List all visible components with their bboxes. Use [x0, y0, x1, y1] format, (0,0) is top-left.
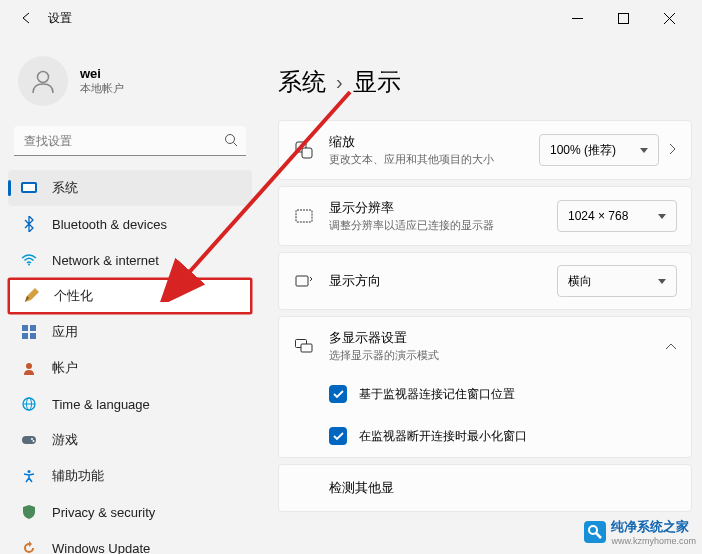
bluetooth-icon	[20, 215, 38, 233]
multi-display-icon	[293, 335, 315, 357]
svg-rect-18	[22, 436, 36, 444]
sidebar-item-accounts[interactable]: 帐户	[8, 350, 252, 386]
check-label: 在监视器断开连接时最小化窗口	[359, 428, 527, 445]
sidebar-item-label: 游戏	[52, 431, 78, 449]
svg-line-6	[234, 143, 238, 147]
svg-point-4	[38, 72, 49, 83]
sidebar-item-update[interactable]: Windows Update	[8, 530, 252, 554]
multi-display-card: 多显示器设置 选择显示器的演示模式 基于监视器连接记住窗口位置 在监视器断开连接…	[278, 316, 692, 458]
chevron-right-icon[interactable]	[669, 141, 677, 159]
sidebar-item-gaming[interactable]: 游戏	[8, 422, 252, 458]
svg-point-21	[28, 470, 31, 473]
checkbox-remember[interactable]	[329, 385, 347, 403]
maximize-button[interactable]	[600, 2, 646, 34]
shield-icon	[20, 503, 38, 521]
sidebar-item-label: Bluetooth & devices	[52, 217, 167, 232]
sidebar-item-label: 应用	[52, 323, 78, 341]
watermark-url: www.kzmyhome.com	[611, 536, 696, 546]
scale-title: 缩放	[329, 133, 539, 151]
avatar	[18, 56, 68, 106]
sidebar-item-system[interactable]: 系统	[8, 170, 252, 206]
resolution-title: 显示分辨率	[329, 199, 557, 217]
sidebar-item-label: Windows Update	[52, 541, 150, 555]
svg-rect-12	[22, 333, 28, 339]
svg-rect-10	[22, 325, 28, 331]
svg-point-20	[33, 440, 35, 442]
svg-rect-25	[296, 276, 308, 286]
back-button[interactable]	[10, 2, 42, 34]
main-content: 系统 › 显示 缩放 更改文本、应用和其他项目的大小 100% (推荐) 显示分…	[260, 36, 702, 554]
sidebar-item-label: Network & internet	[52, 253, 159, 268]
orientation-title: 显示方向	[329, 272, 557, 290]
multi-sub: 选择显示器的演示模式	[329, 348, 665, 363]
scale-card[interactable]: 缩放 更改文本、应用和其他项目的大小 100% (推荐)	[278, 120, 692, 180]
sidebar-item-privacy[interactable]: Privacy & security	[8, 494, 252, 530]
user-sub: 本地帐户	[80, 81, 124, 96]
sidebar-item-network[interactable]: Network & internet	[8, 242, 252, 278]
resolution-sub: 调整分辨率以适应已连接的显示器	[329, 218, 557, 233]
scale-icon	[293, 139, 315, 161]
user-block[interactable]: wei 本地帐户	[8, 46, 252, 126]
system-icon	[20, 179, 38, 197]
close-button[interactable]	[646, 2, 692, 34]
minimize-button[interactable]	[554, 2, 600, 34]
breadcrumb: 系统 › 显示	[278, 66, 692, 98]
svg-point-14	[26, 363, 32, 369]
sidebar-item-personalization[interactable]: 个性化	[8, 278, 252, 314]
svg-rect-1	[618, 13, 628, 23]
brush-icon	[22, 287, 40, 305]
sidebar: wei 本地帐户 系统 Bluetooth & devices Network	[0, 36, 260, 554]
breadcrumb-root[interactable]: 系统	[278, 66, 326, 98]
nav-list: 系统 Bluetooth & devices Network & interne…	[8, 170, 252, 554]
chevron-up-icon[interactable]	[665, 337, 677, 355]
svg-point-9	[28, 264, 30, 266]
globe-icon	[20, 395, 38, 413]
wifi-icon	[20, 251, 38, 269]
detect-title: 检测其他显	[329, 479, 677, 497]
svg-rect-23	[302, 148, 312, 158]
scale-sub: 更改文本、应用和其他项目的大小	[329, 152, 539, 167]
sidebar-item-label: 系统	[52, 179, 78, 197]
access-icon	[20, 467, 38, 485]
check-row-minimize[interactable]: 在监视器断开连接时最小化窗口	[293, 415, 677, 457]
sidebar-item-label: 个性化	[54, 287, 93, 305]
user-name: wei	[80, 66, 124, 81]
chevron-right-icon: ›	[336, 71, 343, 94]
sidebar-item-apps[interactable]: 应用	[8, 314, 252, 350]
sidebar-item-label: Time & language	[52, 397, 150, 412]
check-row-remember[interactable]: 基于监视器连接记住窗口位置	[293, 373, 677, 415]
svg-rect-27	[301, 344, 312, 352]
orientation-icon	[293, 270, 315, 292]
sidebar-item-accessibility[interactable]: 辅助功能	[8, 458, 252, 494]
svg-rect-29	[584, 521, 606, 543]
sidebar-item-label: 辅助功能	[52, 467, 104, 485]
breadcrumb-current: 显示	[353, 66, 401, 98]
svg-point-19	[31, 438, 33, 440]
watermark-text: 纯净系统之家	[611, 518, 696, 536]
detect-card[interactable]: 检测其他显	[278, 464, 692, 512]
person-icon	[20, 359, 38, 377]
sidebar-item-label: Privacy & security	[52, 505, 155, 520]
update-icon	[20, 539, 38, 554]
sidebar-item-label: 帐户	[52, 359, 78, 377]
game-icon	[20, 431, 38, 449]
svg-rect-24	[296, 210, 312, 222]
orientation-dropdown[interactable]: 横向	[557, 265, 677, 297]
watermark: 纯净系统之家 www.kzmyhome.com	[584, 518, 696, 546]
window-title: 设置	[48, 10, 72, 27]
multi-title: 多显示器设置	[329, 329, 665, 347]
watermark-logo	[584, 521, 606, 543]
sidebar-item-time[interactable]: Time & language	[8, 386, 252, 422]
resolution-icon	[293, 205, 315, 227]
check-label: 基于监视器连接记住窗口位置	[359, 386, 515, 403]
checkbox-minimize[interactable]	[329, 427, 347, 445]
resolution-dropdown[interactable]: 1024 × 768	[557, 200, 677, 232]
svg-rect-11	[30, 325, 36, 331]
resolution-card[interactable]: 显示分辨率 调整分辨率以适应已连接的显示器 1024 × 768	[278, 186, 692, 246]
search-input[interactable]	[14, 126, 246, 156]
svg-rect-8	[23, 184, 35, 191]
scale-dropdown[interactable]: 100% (推荐)	[539, 134, 659, 166]
sidebar-item-bluetooth[interactable]: Bluetooth & devices	[8, 206, 252, 242]
orientation-card[interactable]: 显示方向 横向	[278, 252, 692, 310]
search-icon	[224, 133, 238, 151]
